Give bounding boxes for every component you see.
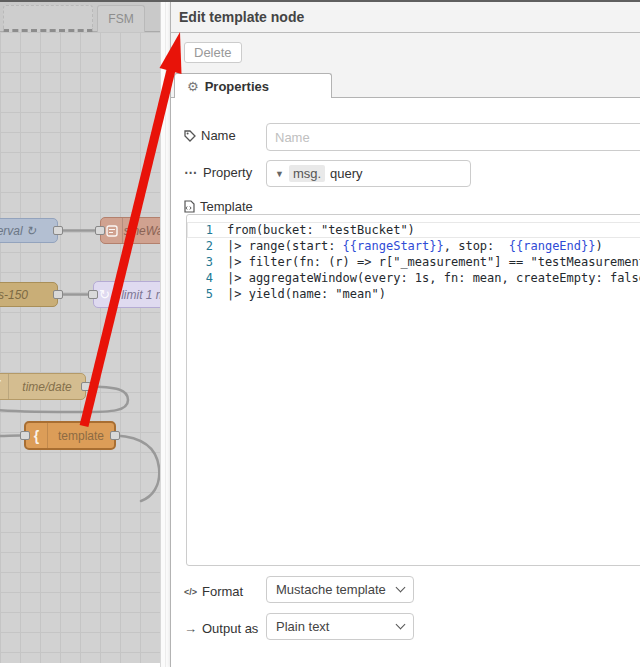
property-typed-input[interactable]: ▼ msg. query [266, 160, 471, 187]
flow-node-s-150[interactable]: s-150 [0, 282, 58, 307]
flow-tabbar: FSM [0, 2, 160, 32]
format-select[interactable]: Mustache template [266, 576, 414, 603]
tray-toolbar: Delete [171, 33, 640, 72]
node-port-out[interactable] [110, 431, 120, 440]
node-label: time/date [9, 374, 85, 399]
flow-node-interval[interactable]: interval ↻ [0, 218, 58, 243]
line-number: 4 [187, 270, 213, 286]
chevron-down-icon [396, 583, 406, 593]
format-label: </> Format [184, 584, 243, 599]
tray-title: Edit template node [171, 2, 640, 33]
scrollbar-track [165, 2, 166, 667]
node-red-window: FSM interval ↻sineWaves-150↻limit 1 msft… [0, 0, 640, 667]
mustache-token: {{rangeStart}} [343, 238, 444, 254]
line-number: 3 [187, 254, 213, 270]
flow-tab-partial[interactable] [3, 5, 93, 32]
property-value[interactable]: query [330, 166, 363, 181]
flow-tab-label: FSM [108, 12, 133, 26]
flow-node-limit[interactable]: ↻limit 1 ms [93, 281, 160, 308]
flow-node-sinewave[interactable]: sineWave [100, 217, 160, 244]
line-number: 1 [187, 222, 213, 238]
format-select-value: Mustache template [276, 582, 386, 597]
arrow-right-icon: → [184, 621, 197, 636]
template-code-editor[interactable]: 1from(bucket: "testBucket")2|> range(sta… [186, 214, 640, 566]
chevron-down-icon [396, 620, 406, 630]
flow-tab-fsm[interactable]: FSM [97, 5, 145, 32]
wire[interactable] [116, 436, 159, 502]
code-line[interactable]: 1from(bucket: "testBucket") [187, 222, 640, 238]
output-as-select[interactable]: Plain text [266, 613, 414, 640]
code-line[interactable]: 5|> yield(name: "mean") [187, 286, 640, 302]
code-line[interactable]: 2|> range(start: {{rangeStart}}, stop: {… [187, 238, 640, 254]
node-label: sineWave [123, 218, 160, 243]
output-as-label: → Output as [184, 621, 258, 636]
gear-icon: ⚙ [187, 79, 199, 94]
node-port-in[interactable] [20, 431, 30, 440]
code-text: |> range(start: [227, 238, 343, 254]
node-port-in[interactable] [88, 290, 98, 299]
flow-canvas[interactable]: interval ↻sineWaves-150↻limit 1 msftime/… [0, 32, 160, 663]
code-text: |> yield(name: "mean") [227, 286, 386, 302]
delete-button[interactable]: Delete [184, 42, 242, 63]
code-text: , stop: [444, 238, 509, 254]
template-label: Template [184, 199, 253, 214]
edit-tray: Edit template node Delete ⚙ Properties N… [170, 2, 640, 667]
wire[interactable] [0, 436, 20, 437]
name-label: Name [184, 128, 236, 143]
node-icon: f [0, 374, 9, 399]
node-port-out[interactable] [53, 290, 63, 299]
flow-wires [0, 32, 160, 663]
name-input[interactable] [266, 123, 640, 151]
property-type[interactable]: msg. [289, 165, 325, 182]
node-edit-form: Name ⋯ Property ▼ msg. query Template 1f… [171, 100, 640, 667]
node-label: template [48, 423, 114, 448]
ellipsis-icon: ⋯ [184, 165, 198, 180]
node-port-out[interactable] [81, 382, 91, 391]
output-as-select-value: Plain text [276, 619, 329, 634]
code-line[interactable]: 4|> aggregateWindow(every: 1s, fn: mean,… [187, 270, 640, 286]
code-text: |> aggregateWindow(every: 1s, fn: mean, … [227, 270, 640, 286]
flow-node-template[interactable]: {template [24, 421, 116, 450]
node-label: interval ↻ [0, 219, 57, 242]
caret-down-icon[interactable]: ▼ [275, 169, 284, 179]
node-port-in[interactable] [95, 226, 105, 235]
code-brackets-icon: </> [184, 587, 197, 597]
code-line[interactable]: 3|> filter(fn: (r) => r["_measurement"] … [187, 254, 640, 270]
line-number: 5 [187, 286, 213, 302]
flow-node-time-date[interactable]: ftime/date [0, 373, 86, 400]
code-text: |> filter(fn: (r) => r["_measurement"] =… [227, 254, 640, 270]
tab-properties-label: Properties [205, 79, 269, 94]
line-number: 2 [187, 238, 213, 254]
node-label: s-150 [0, 283, 57, 306]
tag-icon [184, 130, 196, 142]
node-label: limit 1 ms [116, 282, 160, 307]
editor-tabrow: ⚙ Properties [171, 72, 640, 98]
canvas-scrollbar[interactable] [160, 2, 170, 667]
flow-workspace: FSM interval ↻sineWaves-150↻limit 1 msft… [0, 2, 160, 663]
code-text: from(bucket: "testBucket") [227, 222, 415, 238]
property-label: ⋯ Property [184, 165, 252, 180]
file-code-icon [184, 200, 195, 213]
mustache-token: {{rangeEnd}} [509, 238, 596, 254]
window-top-border [0, 0, 640, 2]
tab-properties[interactable]: ⚙ Properties [174, 73, 332, 98]
code-text: ) [595, 238, 602, 254]
node-port-out[interactable] [53, 226, 63, 235]
